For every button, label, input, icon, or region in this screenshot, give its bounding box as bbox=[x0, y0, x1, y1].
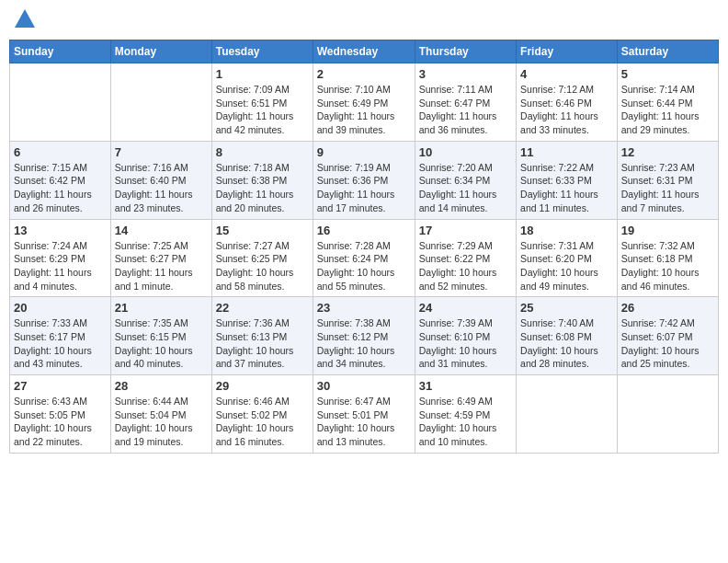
day-info: Sunrise: 7:09 AMSunset: 6:51 PMDaylight:… bbox=[216, 83, 309, 137]
day-info: Sunrise: 7:28 AMSunset: 6:24 PMDaylight:… bbox=[317, 239, 411, 293]
day-number: 2 bbox=[317, 67, 411, 81]
day-number: 6 bbox=[14, 145, 107, 159]
day-info: Sunrise: 7:19 AMSunset: 6:36 PMDaylight:… bbox=[317, 161, 411, 215]
day-number: 14 bbox=[115, 224, 208, 237]
calendar-week-row: 13Sunrise: 7:24 AMSunset: 6:29 PMDayligh… bbox=[10, 219, 719, 297]
day-number: 7 bbox=[115, 145, 208, 159]
day-info: Sunrise: 7:32 AMSunset: 6:18 PMDaylight:… bbox=[621, 239, 714, 293]
calendar-cell: 13Sunrise: 7:24 AMSunset: 6:29 PMDayligh… bbox=[10, 219, 111, 297]
day-info: Sunrise: 6:43 AMSunset: 5:05 PMDaylight:… bbox=[14, 395, 107, 449]
calendar-cell: 9Sunrise: 7:19 AMSunset: 6:36 PMDaylight… bbox=[313, 141, 415, 219]
calendar-cell: 8Sunrise: 7:18 AMSunset: 6:38 PMDaylight… bbox=[211, 141, 313, 219]
calendar-cell: 11Sunrise: 7:22 AMSunset: 6:33 PMDayligh… bbox=[517, 141, 618, 219]
day-info: Sunrise: 7:38 AMSunset: 6:12 PMDaylight:… bbox=[317, 316, 411, 371]
calendar-cell: 16Sunrise: 7:28 AMSunset: 6:24 PMDayligh… bbox=[313, 219, 415, 297]
calendar-cell: 19Sunrise: 7:32 AMSunset: 6:18 PMDayligh… bbox=[617, 219, 718, 297]
calendar-cell: 7Sunrise: 7:16 AMSunset: 6:40 PMDaylight… bbox=[110, 141, 211, 219]
day-number: 9 bbox=[317, 145, 411, 159]
calendar-cell: 24Sunrise: 7:39 AMSunset: 6:10 PMDayligh… bbox=[415, 297, 516, 375]
day-number: 24 bbox=[419, 301, 512, 315]
day-number: 25 bbox=[520, 301, 613, 315]
day-number: 13 bbox=[14, 224, 107, 237]
calendar-table: SundayMondayTuesdayWednesdayThursdayFrid… bbox=[9, 40, 719, 454]
logo-text bbox=[13, 9, 35, 32]
day-number: 4 bbox=[520, 67, 613, 81]
day-number: 26 bbox=[621, 301, 714, 315]
calendar-cell: 28Sunrise: 6:44 AMSunset: 5:04 PMDayligh… bbox=[110, 375, 211, 454]
day-number: 8 bbox=[216, 145, 309, 159]
day-info: Sunrise: 7:31 AMSunset: 6:20 PMDaylight:… bbox=[520, 239, 613, 293]
day-number: 21 bbox=[115, 301, 208, 315]
day-info: Sunrise: 7:36 AMSunset: 6:13 PMDaylight:… bbox=[216, 316, 309, 371]
day-info: Sunrise: 7:29 AMSunset: 6:22 PMDaylight:… bbox=[419, 239, 512, 293]
day-number: 22 bbox=[216, 301, 309, 315]
calendar-cell bbox=[110, 63, 211, 142]
calendar-cell: 4Sunrise: 7:12 AMSunset: 6:46 PMDaylight… bbox=[517, 63, 618, 142]
day-info: Sunrise: 6:49 AMSunset: 4:59 PMDaylight:… bbox=[419, 395, 512, 449]
day-info: Sunrise: 7:14 AMSunset: 6:44 PMDaylight:… bbox=[621, 83, 714, 137]
calendar-cell: 26Sunrise: 7:42 AMSunset: 6:07 PMDayligh… bbox=[617, 297, 718, 375]
day-number: 30 bbox=[317, 379, 411, 393]
day-info: Sunrise: 6:44 AMSunset: 5:04 PMDaylight:… bbox=[115, 395, 208, 449]
logo-icon bbox=[15, 9, 35, 31]
day-number: 31 bbox=[419, 379, 512, 393]
day-number: 16 bbox=[317, 224, 411, 237]
calendar-cell: 15Sunrise: 7:27 AMSunset: 6:25 PMDayligh… bbox=[211, 219, 313, 297]
day-info: Sunrise: 7:39 AMSunset: 6:10 PMDaylight:… bbox=[419, 316, 512, 371]
day-header-wednesday: Wednesday bbox=[313, 40, 415, 63]
day-info: Sunrise: 7:10 AMSunset: 6:49 PMDaylight:… bbox=[317, 83, 411, 137]
day-header-tuesday: Tuesday bbox=[211, 40, 313, 63]
day-info: Sunrise: 6:46 AMSunset: 5:02 PMDaylight:… bbox=[216, 395, 309, 449]
day-info: Sunrise: 6:47 AMSunset: 5:01 PMDaylight:… bbox=[317, 395, 411, 449]
day-info: Sunrise: 7:35 AMSunset: 6:15 PMDaylight:… bbox=[115, 316, 208, 371]
calendar-week-row: 1Sunrise: 7:09 AMSunset: 6:51 PMDaylight… bbox=[10, 63, 719, 142]
day-number: 23 bbox=[317, 301, 411, 315]
day-number: 12 bbox=[621, 145, 714, 159]
calendar-cell: 20Sunrise: 7:33 AMSunset: 6:17 PMDayligh… bbox=[10, 297, 111, 375]
calendar-cell: 17Sunrise: 7:29 AMSunset: 6:22 PMDayligh… bbox=[415, 219, 516, 297]
day-header-thursday: Thursday bbox=[415, 40, 516, 63]
day-header-friday: Friday bbox=[517, 40, 618, 63]
day-info: Sunrise: 7:11 AMSunset: 6:47 PMDaylight:… bbox=[419, 83, 512, 137]
calendar-cell: 30Sunrise: 6:47 AMSunset: 5:01 PMDayligh… bbox=[313, 375, 415, 454]
calendar-cell: 21Sunrise: 7:35 AMSunset: 6:15 PMDayligh… bbox=[110, 297, 211, 375]
day-info: Sunrise: 7:15 AMSunset: 6:42 PMDaylight:… bbox=[14, 161, 107, 215]
day-number: 15 bbox=[216, 224, 309, 237]
calendar-cell: 27Sunrise: 6:43 AMSunset: 5:05 PMDayligh… bbox=[10, 375, 111, 454]
day-number: 28 bbox=[115, 379, 208, 393]
day-info: Sunrise: 7:23 AMSunset: 6:31 PMDaylight:… bbox=[621, 161, 714, 215]
calendar-cell: 10Sunrise: 7:20 AMSunset: 6:34 PMDayligh… bbox=[415, 141, 516, 219]
calendar-cell: 12Sunrise: 7:23 AMSunset: 6:31 PMDayligh… bbox=[617, 141, 718, 219]
svg-marker-0 bbox=[15, 9, 35, 28]
calendar-cell bbox=[10, 63, 111, 142]
logo bbox=[13, 9, 35, 32]
calendar-cell: 29Sunrise: 6:46 AMSunset: 5:02 PMDayligh… bbox=[211, 375, 313, 454]
page-header bbox=[9, 9, 719, 32]
day-number: 3 bbox=[419, 67, 512, 81]
day-info: Sunrise: 7:42 AMSunset: 6:07 PMDaylight:… bbox=[621, 316, 714, 371]
calendar-week-row: 6Sunrise: 7:15 AMSunset: 6:42 PMDaylight… bbox=[10, 141, 719, 219]
day-info: Sunrise: 7:24 AMSunset: 6:29 PMDaylight:… bbox=[14, 239, 107, 293]
calendar-cell: 14Sunrise: 7:25 AMSunset: 6:27 PMDayligh… bbox=[110, 219, 211, 297]
calendar-cell: 31Sunrise: 6:49 AMSunset: 4:59 PMDayligh… bbox=[415, 375, 516, 454]
calendar-cell: 1Sunrise: 7:09 AMSunset: 6:51 PMDaylight… bbox=[211, 63, 313, 142]
day-info: Sunrise: 7:25 AMSunset: 6:27 PMDaylight:… bbox=[115, 239, 208, 293]
day-number: 29 bbox=[216, 379, 309, 393]
calendar-cell bbox=[517, 375, 618, 454]
day-info: Sunrise: 7:22 AMSunset: 6:33 PMDaylight:… bbox=[520, 161, 613, 215]
calendar-cell: 2Sunrise: 7:10 AMSunset: 6:49 PMDaylight… bbox=[313, 63, 415, 142]
day-number: 17 bbox=[419, 224, 512, 237]
calendar-header-row: SundayMondayTuesdayWednesdayThursdayFrid… bbox=[10, 40, 719, 63]
day-header-saturday: Saturday bbox=[617, 40, 718, 63]
day-info: Sunrise: 7:18 AMSunset: 6:38 PMDaylight:… bbox=[216, 161, 309, 215]
calendar-cell: 3Sunrise: 7:11 AMSunset: 6:47 PMDaylight… bbox=[415, 63, 516, 142]
calendar-cell bbox=[617, 375, 718, 454]
day-number: 19 bbox=[621, 224, 714, 237]
day-header-sunday: Sunday bbox=[10, 40, 111, 63]
day-info: Sunrise: 7:33 AMSunset: 6:17 PMDaylight:… bbox=[14, 316, 107, 371]
day-number: 11 bbox=[520, 145, 613, 159]
day-number: 10 bbox=[419, 145, 512, 159]
calendar-cell: 6Sunrise: 7:15 AMSunset: 6:42 PMDaylight… bbox=[10, 141, 111, 219]
day-info: Sunrise: 7:20 AMSunset: 6:34 PMDaylight:… bbox=[419, 161, 512, 215]
day-number: 20 bbox=[14, 301, 107, 315]
